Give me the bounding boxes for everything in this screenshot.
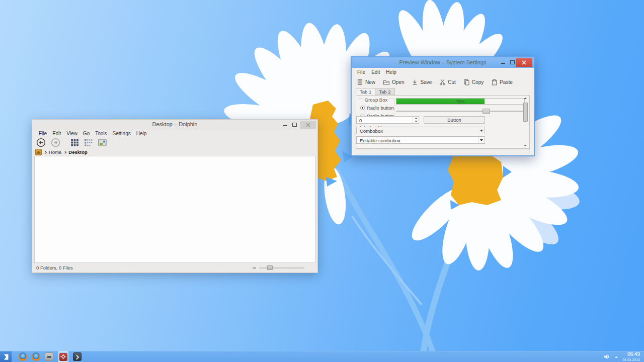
close-icon (306, 123, 310, 127)
preview-menubar: File Edit Help (352, 68, 534, 75)
close-button[interactable] (516, 58, 532, 67)
preview-toggle-button[interactable] (98, 138, 108, 147)
task-icons (19, 351, 82, 362)
combobox-value: Combobox (360, 128, 383, 134)
dolphin-menubar: File Edit View Go Tools Settings Help (32, 130, 317, 137)
firefox-task-icon[interactable] (19, 352, 27, 361)
spin-up-icon[interactable] (415, 118, 418, 119)
clock[interactable]: 06:49 04.04.2014 (622, 352, 640, 361)
menu-tools[interactable]: Tools (95, 131, 107, 136)
slider-track (396, 111, 525, 112)
dolphin-titlebar[interactable]: Desktop – Dolphin (32, 120, 317, 130)
kde-logo-icon (3, 353, 10, 360)
preview-toolbar: New Open Save (352, 76, 534, 88)
spinbox-value: 0 (359, 118, 362, 123)
demo-slider[interactable] (396, 108, 525, 114)
scroll-down-icon[interactable] (524, 145, 527, 146)
volume-icon[interactable] (604, 353, 610, 360)
chevron-down-icon (480, 130, 483, 132)
places-home-icon[interactable] (35, 149, 42, 155)
scroll-up-icon[interactable] (524, 98, 527, 99)
toolbar-paste-button[interactable]: Paste (491, 79, 513, 85)
preview-statusbar (356, 149, 530, 153)
folder-view-area[interactable] (34, 156, 315, 263)
menu-go[interactable]: Go (83, 131, 90, 136)
maximize-icon[interactable] (292, 123, 297, 127)
editable-combobox[interactable]: Editable combobox (356, 136, 485, 144)
menu-settings[interactable]: Settings (113, 131, 131, 136)
firefox-task-icon[interactable] (32, 352, 40, 361)
menu-help[interactable]: Help (136, 131, 147, 136)
tab-2[interactable]: Tab 2 (375, 88, 394, 95)
toolbar-save-button[interactable]: Save (412, 79, 432, 85)
scissors-icon (439, 79, 446, 85)
toolbar-open-button[interactable]: Open (383, 79, 404, 85)
preview-titlebar[interactable]: Preview Window – System Settings (352, 57, 534, 68)
close-button[interactable] (300, 121, 316, 129)
radio-label-1: Radio button (367, 105, 394, 111)
menu-view[interactable]: View (66, 131, 77, 136)
breadcrumb-home[interactable]: Home (49, 149, 61, 155)
forward-button[interactable] (51, 138, 60, 147)
slider-handle[interactable] (482, 109, 490, 114)
progress-value: 70% (396, 99, 524, 104)
radio-selected-icon[interactable] (360, 106, 365, 110)
menu-file[interactable]: File (39, 131, 47, 136)
app-launcher-button[interactable] (0, 351, 12, 362)
preview-tabs: Tab 1 Tab 2 (356, 88, 395, 95)
app-task-icon[interactable] (45, 352, 53, 361)
status-text: 0 Folders, 0 Files (36, 265, 73, 270)
slider-track (259, 267, 304, 268)
minimize-icon[interactable] (283, 125, 287, 126)
preview-window: Preview Window – System Settings File Ed… (351, 56, 535, 156)
zoom-out-icon[interactable] (253, 267, 256, 268)
menu-edit[interactable]: Edit (52, 131, 61, 136)
tab-1[interactable]: Tab 1 (356, 88, 375, 95)
maximize-icon[interactable] (510, 60, 515, 64)
details-view-button[interactable] (84, 138, 93, 147)
dolphin-window-title: Desktop – Dolphin (32, 121, 317, 127)
clock-date: 04.04.2014 (622, 358, 640, 361)
dolphin-window: Desktop – Dolphin File Edit View Go Tool… (32, 119, 318, 273)
slider-handle[interactable] (267, 265, 273, 270)
toolbar-cut-button[interactable]: Cut (439, 79, 456, 85)
system-settings-task-icon[interactable] (59, 353, 67, 361)
breadcrumb: Home Desktop (32, 148, 317, 156)
menu-help[interactable]: Help (386, 69, 396, 75)
save-icon (412, 79, 418, 85)
spinbox-steppers[interactable] (413, 117, 419, 123)
dolphin-statusbar: 0 Folders, 0 Files (32, 263, 317, 273)
active-task-highlight[interactable] (58, 351, 68, 362)
toolbar-new-button[interactable]: New (357, 79, 375, 85)
radio-row-1[interactable]: Radio button (360, 105, 394, 111)
open-folder-icon (383, 79, 390, 85)
terminal-task-icon[interactable] (73, 352, 82, 361)
close-icon (522, 60, 526, 65)
spinbox[interactable]: 0 (356, 116, 419, 124)
group-box-label: Group Box (363, 97, 389, 103)
demo-button[interactable]: Button (424, 116, 485, 124)
editable-combobox-value: Editable combobox (360, 138, 400, 143)
copy-icon (463, 79, 470, 85)
menu-edit[interactable]: Edit (371, 69, 380, 75)
taskbar: 06:49 04.04.2014 (0, 351, 644, 362)
dolphin-toolbar (32, 137, 317, 148)
back-button[interactable] (36, 138, 46, 147)
combobox[interactable]: Combobox (356, 127, 485, 134)
breadcrumb-desktop[interactable]: Desktop (68, 149, 87, 155)
icon-zoom-slider[interactable] (259, 265, 304, 270)
menu-file[interactable]: File (357, 69, 365, 75)
new-document-icon (357, 79, 363, 85)
system-tray: 06:49 04.04.2014 (604, 352, 644, 361)
minimize-icon[interactable] (501, 63, 505, 64)
spin-down-icon[interactable] (415, 121, 418, 122)
toolbar-copy-button[interactable]: Copy (463, 79, 484, 85)
clipboard-icon (491, 79, 498, 85)
preview-window-title: Preview Window – System Settings (352, 59, 534, 65)
progress-bar: 70% (396, 98, 525, 105)
tray-expander-icon[interactable] (615, 356, 618, 358)
scrollbar-thumb[interactable] (523, 103, 528, 122)
vertical-scrollbar[interactable] (523, 97, 528, 147)
desktop: Desktop – Dolphin File Edit View Go Tool… (0, 0, 644, 362)
icons-view-button[interactable] (70, 138, 79, 147)
